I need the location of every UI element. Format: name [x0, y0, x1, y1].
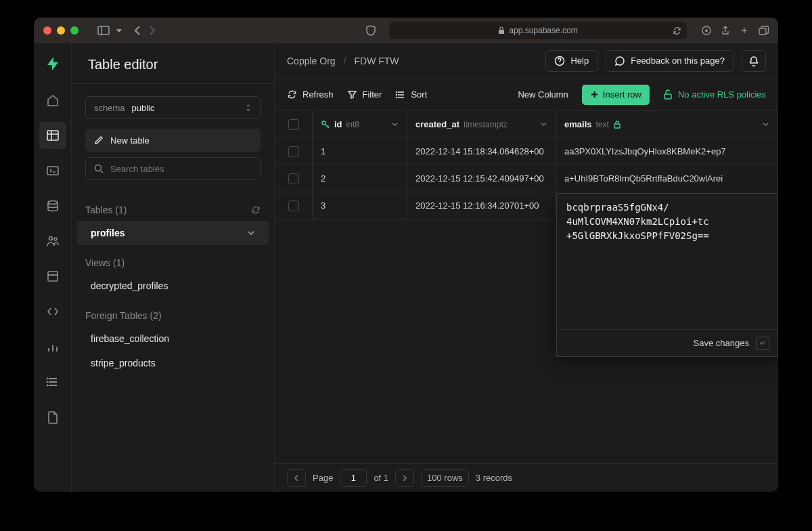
- svg-point-10: [49, 237, 52, 240]
- svg-point-11: [54, 238, 57, 240]
- plus-icon: [590, 90, 599, 99]
- tabs-icon[interactable]: [759, 26, 769, 35]
- cell-emails[interactable]: a+UhI9BToR8ImQb5RrtffaBduC20wlArei: [556, 165, 778, 192]
- svg-point-30: [397, 95, 397, 95]
- refresh-icon[interactable]: [673, 26, 681, 35]
- cell-created-at[interactable]: 2022-12-15 12:16:34.20701+00: [407, 192, 556, 219]
- url-bar[interactable]: app.supabase.com: [389, 22, 687, 39]
- checkbox[interactable]: [288, 200, 299, 211]
- share-icon[interactable]: [721, 26, 730, 35]
- nav-reports[interactable]: [39, 333, 66, 360]
- column-type: timestamptz: [464, 120, 508, 129]
- column-header-emails[interactable]: emails text: [556, 111, 778, 137]
- breadcrumb-org[interactable]: Copple Org: [287, 56, 336, 66]
- window-maximize-icon[interactable]: [70, 26, 78, 35]
- filter-label: Filter: [363, 89, 382, 100]
- chevron-down-icon[interactable]: [391, 122, 399, 127]
- rows-per-page-select[interactable]: 100 rows: [421, 469, 469, 487]
- sort-button[interactable]: Sort: [395, 89, 427, 100]
- column-header-created-at[interactable]: created_at timestamptz: [407, 111, 556, 137]
- help-button[interactable]: Help: [545, 50, 597, 72]
- next-page-button[interactable]: [395, 469, 414, 487]
- svg-point-33: [322, 121, 325, 125]
- nav-logs[interactable]: [39, 368, 66, 396]
- chevron-down-icon: [247, 230, 255, 236]
- checkbox[interactable]: [288, 146, 299, 157]
- chevrons-icon: [245, 103, 252, 112]
- download-icon[interactable]: [702, 26, 711, 35]
- table-row[interactable]: 1 2022-12-14 15:18:34.064628+00 aa3PX0XL…: [275, 138, 778, 165]
- sidebar: Table editor schema public New table: [72, 43, 275, 492]
- foreign-table-name: stripe_products: [91, 358, 156, 368]
- unlock-icon: [663, 89, 673, 100]
- filter-button[interactable]: Filter: [347, 89, 382, 100]
- cell-id[interactable]: 3: [313, 192, 407, 219]
- page-input[interactable]: [340, 469, 367, 487]
- cell-created-at[interactable]: 2022-12-15 12:15:42.409497+00: [407, 165, 556, 192]
- url-text: app.supabase.com: [509, 26, 577, 35]
- foreign-table-item[interactable]: firebase_collection: [77, 326, 269, 351]
- nav-api-docs[interactable]: [39, 404, 66, 431]
- page-label: Page: [313, 473, 333, 483]
- data-grid: id int8 created_at timestamptz: [275, 111, 778, 463]
- prev-page-button[interactable]: [287, 469, 306, 487]
- search-tables[interactable]: [85, 157, 261, 180]
- new-column-label: New Column: [518, 89, 568, 100]
- tables-heading: Tables (1): [72, 192, 274, 221]
- svg-point-20: [47, 379, 47, 379]
- nav-home[interactable]: [39, 87, 66, 114]
- chevron-down-icon[interactable]: [762, 122, 769, 127]
- dropdown-icon[interactable]: [116, 29, 122, 33]
- table-row[interactable]: 2 2022-12-15 12:15:42.409497+00 a+UhI9BT…: [275, 165, 778, 192]
- insert-row-button[interactable]: Insert row: [582, 85, 650, 105]
- new-column-button[interactable]: New Column: [518, 89, 568, 100]
- nav-edge-functions[interactable]: [39, 298, 66, 325]
- feedback-button[interactable]: Feedback on this page?: [606, 50, 734, 72]
- supabase-logo-icon[interactable]: [45, 56, 61, 72]
- schema-selector[interactable]: schema public: [85, 96, 261, 119]
- nav-sql-editor[interactable]: [39, 157, 66, 184]
- refresh-label: Refresh: [302, 89, 334, 100]
- new-tab-icon[interactable]: [740, 26, 749, 35]
- cell-created-at[interactable]: 2022-12-14 15:18:34.064628+00: [407, 138, 556, 165]
- new-table-button[interactable]: New table: [85, 129, 261, 152]
- search-input[interactable]: [110, 164, 252, 174]
- foreign-table-item[interactable]: stripe_products: [77, 351, 269, 375]
- nav-database[interactable]: [39, 192, 66, 219]
- nav-storage[interactable]: [39, 263, 66, 290]
- rls-notice[interactable]: No active RLS policies: [663, 89, 766, 100]
- checkbox[interactable]: [288, 119, 299, 130]
- table-name: profiles: [91, 228, 125, 238]
- new-table-label: New table: [110, 135, 150, 146]
- browser-forward-icon[interactable]: [149, 26, 156, 35]
- cell-editor-textarea[interactable]: [557, 194, 777, 329]
- cell-emails[interactable]: aa3PX0XLYIzsJbqOyHIox8KBMeK2+ep7: [556, 138, 778, 165]
- reload-icon[interactable]: [251, 205, 261, 215]
- window-close-icon[interactable]: [43, 26, 51, 35]
- notifications-button[interactable]: [742, 50, 766, 72]
- cell-id[interactable]: 1: [313, 138, 407, 165]
- breadcrumb-project[interactable]: FDW FTW: [354, 56, 399, 66]
- checkbox[interactable]: [288, 173, 299, 184]
- cell-id[interactable]: 2: [313, 165, 407, 192]
- table-item-profiles[interactable]: profiles: [77, 221, 269, 245]
- column-name: emails: [564, 119, 591, 129]
- nav-table-editor[interactable]: [39, 122, 66, 149]
- view-item[interactable]: decrypted_profiles: [77, 274, 269, 298]
- chevron-down-icon[interactable]: [540, 122, 547, 127]
- select-all-cell[interactable]: [275, 111, 313, 137]
- refresh-button[interactable]: Refresh: [287, 89, 334, 100]
- window-minimize-icon[interactable]: [57, 26, 65, 35]
- sidebar-toggle-icon[interactable]: [97, 26, 110, 35]
- help-icon: [554, 56, 565, 66]
- save-changes-button[interactable]: Save changes: [694, 338, 749, 348]
- svg-rect-5: [47, 131, 58, 140]
- svg-point-9: [48, 201, 58, 205]
- nav-auth[interactable]: [39, 228, 66, 255]
- browser-back-icon[interactable]: [134, 26, 141, 35]
- privacy-shield-icon[interactable]: [366, 25, 376, 36]
- browser-titlebar: app.supabase.com: [34, 18, 778, 43]
- svg-rect-8: [47, 167, 58, 175]
- rls-notice-label: No active RLS policies: [678, 89, 766, 100]
- column-header-id[interactable]: id int8: [313, 111, 407, 137]
